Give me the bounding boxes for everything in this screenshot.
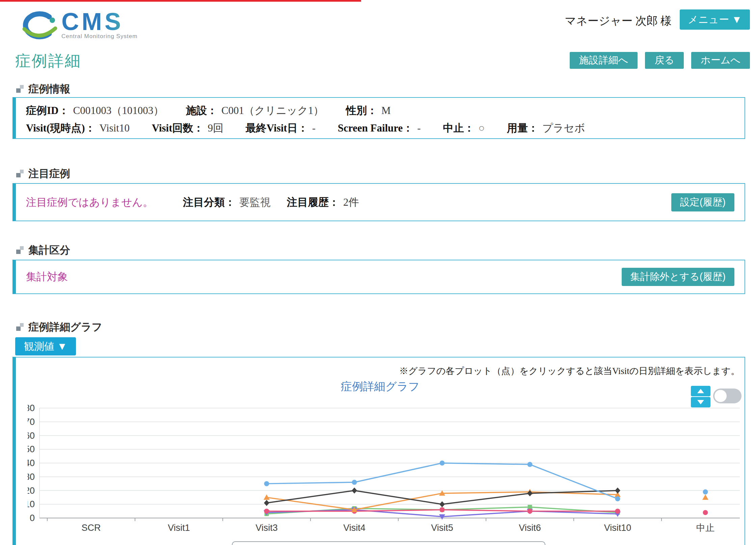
attention-status-text: 注目症例ではありません。	[26, 195, 153, 209]
facility-field: 施設：C001（クリニック1）	[186, 105, 324, 116]
aggregation-box: 集計対象 集計除外とする(履歴)	[12, 260, 745, 294]
svg-text:30: 30	[28, 472, 35, 482]
svg-text:50: 50	[28, 444, 35, 454]
top-accent-bar	[0, 0, 361, 2]
logo-swirl-icon	[20, 9, 59, 45]
svg-text:SCR: SCR	[81, 523, 101, 533]
discontinued-field: 中止：○	[443, 122, 485, 134]
case-info-section-title: 症例情報	[28, 82, 70, 96]
graph-section-title: 症例詳細グラフ	[28, 320, 102, 334]
aggregation-section-title: 集計区分	[28, 243, 70, 257]
screen-failure-field: Screen Failure：-	[338, 122, 421, 134]
graph-box: ※グラフの各プロット（点）をクリックすると該当Visitの日別詳細を表示します。…	[12, 357, 745, 545]
toggle-knob	[714, 390, 727, 402]
svg-text:10: 10	[28, 499, 35, 509]
case-info-section-header: 症例情報	[16, 82, 70, 96]
svg-text:Visit4: Visit4	[343, 523, 366, 533]
svg-text:Visit5: Visit5	[431, 523, 453, 533]
current-visit-field: Visit(現時点)：Visit10	[26, 122, 130, 134]
attention-section-title: 注目症例	[28, 167, 70, 181]
svg-text:40: 40	[28, 458, 35, 468]
attention-section-header: 注目症例	[16, 167, 70, 181]
svg-text:Visit6: Visit6	[519, 523, 541, 533]
last-visit-date-field: 最終Visit日：-	[246, 122, 316, 134]
menu-button[interactable]: メニュー ▼	[680, 9, 750, 30]
logo-text: CMS	[61, 9, 137, 34]
app-logo[interactable]: CMS Central Monitoring System	[20, 9, 137, 45]
case-detail-chart[interactable]: 01020304050607080SCRVisit1Visit3Visit4Vi…	[28, 401, 741, 536]
chart-title: 症例詳細グラフ	[16, 379, 745, 394]
case-id-field: 症例ID：C001003（101003）	[26, 105, 164, 116]
section-squares-icon	[16, 323, 24, 331]
nav-buttons: 施設詳細へ 戻る ホームへ	[570, 52, 750, 69]
visit-count-field: Visit回数：9回	[152, 122, 223, 134]
chart-legend-box	[232, 541, 545, 545]
attention-category-field: 注目分類：要監視	[183, 195, 271, 209]
svg-text:70: 70	[28, 417, 35, 427]
chart-note: ※グラフの各プロット（点）をクリックすると該当Visitの日別詳細を表示します。	[399, 365, 740, 377]
observed-value-dropdown[interactable]: 観測値 ▼	[15, 337, 76, 355]
graph-section-header: 症例詳細グラフ	[16, 320, 102, 334]
attention-fields: 注目分類：要監視 注目履歴：2件	[183, 195, 359, 209]
logo-subtitle: Central Monitoring System	[61, 33, 137, 40]
svg-text:Visit10: Visit10	[604, 523, 631, 533]
section-squares-icon	[16, 170, 24, 178]
svg-text:Visit3: Visit3	[255, 523, 278, 533]
svg-text:20: 20	[28, 486, 35, 496]
attention-setting-history-button[interactable]: 設定(履歴)	[671, 193, 734, 211]
facility-detail-button[interactable]: 施設詳細へ	[570, 52, 638, 69]
svg-text:Visit1: Visit1	[168, 523, 190, 533]
attention-history-field: 注目履歴：2件	[287, 195, 359, 209]
back-button[interactable]: 戻る	[645, 52, 684, 69]
page-title: 症例詳細	[15, 51, 81, 71]
section-squares-icon	[16, 246, 24, 254]
user-name: マネージャー 次郎 様	[565, 13, 672, 29]
svg-text:80: 80	[28, 403, 35, 413]
svg-text:0: 0	[30, 513, 35, 523]
case-info-row-2: Visit(現時点)：Visit10 Visit回数：9回 最終Visit日：-…	[16, 119, 745, 137]
attention-box: 注目症例ではありません。 注目分類：要監視 注目履歴：2件 設定(履歴)	[12, 183, 745, 221]
chart-up-button[interactable]	[691, 386, 710, 396]
sex-field: 性別：M	[346, 105, 391, 116]
section-squares-icon	[16, 85, 24, 93]
triangle-up-icon	[697, 389, 704, 393]
aggregation-exclude-history-button[interactable]: 集計除外とする(履歴)	[622, 268, 734, 286]
case-info-box: 症例ID：C001003（101003） 施設：C001（クリニック1） 性別：…	[12, 97, 745, 139]
aggregation-section-header: 集計区分	[16, 243, 70, 257]
home-button[interactable]: ホームへ	[691, 52, 750, 69]
svg-text:60: 60	[28, 431, 35, 441]
svg-text:中止: 中止	[696, 523, 714, 533]
case-info-row-1: 症例ID：C001003（101003） 施設：C001（クリニック1） 性別：…	[16, 102, 745, 119]
aggregation-status-text: 集計対象	[26, 270, 68, 284]
dose-field: 用量：プラセボ	[507, 122, 585, 134]
page: CMS Central Monitoring System マネージャー 次郎 …	[0, 0, 756, 545]
